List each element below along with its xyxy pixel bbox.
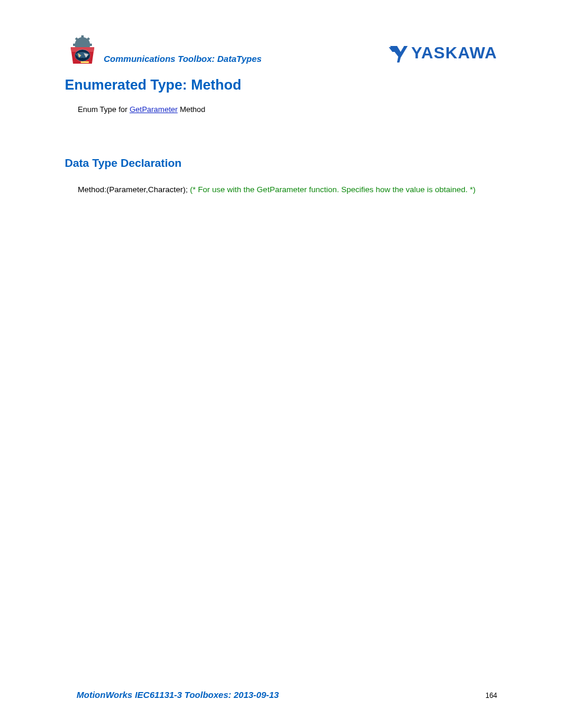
section-heading: Data Type Declaration [65,157,497,170]
declaration-comment: (* For use with the GetParameter functio… [190,185,476,194]
svg-rect-12 [81,62,89,63]
page-title: Enumerated Type: Method [65,77,497,93]
header-left-group: Communications Toolbox: DataTypes [65,35,262,66]
header-breadcrumb: Communications Toolbox: DataTypes [104,54,262,66]
intro-suffix: Method [178,105,206,114]
declaration-block: Method:(Parameter,Character); (* For use… [78,183,497,197]
page-footer: MotionWorks IEC61131-3 Toolboxes: 2013-0… [0,690,562,700]
intro-paragraph: Enum Type for GetParameter Method [78,104,497,116]
footer-page-number: 164 [485,691,497,700]
product-badge-icon [65,35,100,66]
brand-text: YASKAWA [411,44,497,62]
svg-rect-4 [88,44,92,46]
footer-title: MotionWorks IEC61131-3 Toolboxes: 2013-0… [77,690,279,700]
svg-rect-3 [73,44,77,46]
intro-prefix: Enum Type for [78,105,130,114]
page-header: Communications Toolbox: DataTypes YASKAW… [65,35,497,66]
brand-logo: YASKAWA [389,44,497,66]
getparameter-link[interactable]: GetParameter [130,105,178,114]
svg-rect-1 [81,35,84,39]
document-page: Communications Toolbox: DataTypes YASKAW… [0,0,562,728]
brand-mark-icon [389,44,408,62]
declaration-code: Method:(Parameter,Character); [78,185,190,194]
